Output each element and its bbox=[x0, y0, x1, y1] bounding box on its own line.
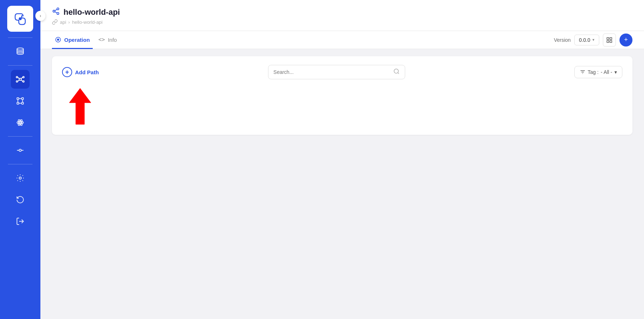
svg-point-0 bbox=[19, 17, 22, 20]
tabs-right: Version 0.0.0 ▾ + bbox=[554, 34, 632, 46]
svg-point-26 bbox=[19, 177, 21, 179]
chevron-right-icon: › bbox=[40, 13, 41, 18]
tabs-bar: Operation <> Info Version 0.0.0 ▾ bbox=[40, 31, 644, 49]
breadcrumb-api-name: hello-world-api bbox=[72, 19, 103, 25]
svg-point-6 bbox=[23, 81, 24, 82]
tab-info[interactable]: <> Info bbox=[96, 31, 120, 49]
reset-icon bbox=[16, 195, 25, 204]
red-up-arrow bbox=[66, 87, 95, 126]
api-share-icon bbox=[52, 7, 60, 17]
signout-icon bbox=[16, 217, 25, 226]
sidebar-item-database[interactable] bbox=[11, 42, 30, 61]
main-content: hello-world-api api › hello-world-api Op… bbox=[40, 0, 644, 319]
version-select[interactable]: 0.0.0 ▾ bbox=[574, 35, 599, 45]
git-icon bbox=[16, 146, 25, 155]
svg-point-23 bbox=[19, 149, 21, 151]
tag-chevron-down-icon: ▾ bbox=[614, 69, 617, 75]
chevron-down-icon: ▾ bbox=[592, 37, 595, 42]
svg-rect-36 bbox=[610, 37, 612, 39]
svg-marker-41 bbox=[69, 88, 91, 124]
sidebar-item-reset[interactable] bbox=[11, 190, 30, 209]
svg-rect-35 bbox=[607, 37, 609, 39]
svg-rect-38 bbox=[610, 40, 612, 42]
svg-point-4 bbox=[23, 76, 24, 78]
share-nodes-icon bbox=[52, 7, 60, 15]
api-title-row: hello-world-api bbox=[52, 7, 632, 17]
sidebar-item-atom[interactable] bbox=[11, 113, 30, 132]
link-icon bbox=[52, 19, 58, 25]
grid-view-button[interactable] bbox=[603, 34, 616, 46]
search-icon bbox=[393, 68, 400, 76]
tab-operation[interactable]: Operation bbox=[52, 31, 93, 49]
code-icon: <> bbox=[98, 36, 105, 43]
paths-card: + Add Path bbox=[52, 56, 632, 135]
content-area: + Add Path bbox=[40, 49, 644, 319]
svg-line-31 bbox=[55, 12, 57, 13]
atom-icon bbox=[16, 118, 25, 127]
add-version-button[interactable]: + bbox=[619, 34, 632, 46]
svg-rect-37 bbox=[607, 40, 609, 42]
sidebar-item-schema[interactable] bbox=[11, 92, 30, 110]
svg-point-5 bbox=[16, 81, 18, 82]
grid-icon bbox=[606, 37, 613, 43]
breadcrumb-api: api bbox=[60, 19, 66, 25]
svg-rect-13 bbox=[22, 102, 23, 104]
version-value: 0.0.0 bbox=[579, 37, 590, 43]
logo bbox=[7, 6, 33, 32]
breadcrumb: api › hello-world-api bbox=[52, 19, 632, 25]
svg-point-30 bbox=[57, 13, 59, 14]
sidebar-divider-4 bbox=[8, 164, 32, 164]
filter-icon bbox=[580, 69, 586, 75]
add-path-button[interactable]: + Add Path bbox=[62, 67, 99, 77]
graph-icon bbox=[16, 75, 25, 84]
svg-line-9 bbox=[18, 80, 19, 82]
tabs-left: Operation <> Info bbox=[52, 31, 120, 49]
svg-point-29 bbox=[53, 10, 55, 12]
search-bar bbox=[268, 65, 405, 79]
sidebar-item-graph[interactable] bbox=[11, 70, 30, 89]
tab-operation-label: Operation bbox=[64, 37, 90, 43]
svg-line-40 bbox=[398, 72, 399, 74]
search-input[interactable] bbox=[273, 69, 390, 75]
svg-point-34 bbox=[57, 39, 59, 41]
schema-icon bbox=[16, 97, 25, 105]
database-icon bbox=[16, 47, 25, 56]
svg-line-8 bbox=[21, 77, 23, 79]
sidebar-item-git[interactable] bbox=[11, 141, 30, 160]
settings-icon bbox=[16, 174, 25, 182]
sidebar-divider-2 bbox=[8, 65, 32, 66]
sidebar-item-settings[interactable] bbox=[11, 169, 30, 187]
svg-line-32 bbox=[55, 9, 57, 11]
radio-icon bbox=[55, 36, 61, 43]
tag-filter-value: - All - bbox=[601, 69, 612, 75]
svg-point-1 bbox=[17, 48, 23, 50]
tab-info-label: Info bbox=[108, 37, 117, 43]
arrow-annotation bbox=[62, 87, 622, 126]
sidebar: › bbox=[0, 0, 40, 319]
paths-toolbar: + Add Path bbox=[62, 65, 622, 79]
svg-rect-11 bbox=[17, 98, 19, 99]
add-path-circle-icon: + bbox=[62, 67, 72, 77]
tag-filter-label: Tag : bbox=[588, 69, 599, 75]
header-card: hello-world-api api › hello-world-api bbox=[40, 0, 644, 31]
breadcrumb-separator: › bbox=[68, 19, 70, 25]
tag-filter[interactable]: Tag : - All - ▾ bbox=[574, 66, 622, 78]
svg-rect-12 bbox=[22, 98, 23, 99]
add-path-label: Add Path bbox=[75, 69, 99, 75]
svg-point-3 bbox=[16, 76, 18, 78]
svg-line-10 bbox=[21, 80, 23, 82]
svg-rect-14 bbox=[17, 102, 19, 104]
sidebar-item-signout[interactable] bbox=[11, 212, 30, 231]
sidebar-divider-top bbox=[8, 37, 32, 38]
api-title: hello-world-api bbox=[63, 8, 120, 17]
svg-point-19 bbox=[19, 122, 21, 123]
svg-point-28 bbox=[57, 8, 59, 10]
version-label: Version bbox=[554, 37, 571, 43]
logo-icon bbox=[13, 12, 27, 26]
collapse-button[interactable]: › bbox=[35, 11, 45, 21]
svg-point-39 bbox=[394, 69, 398, 73]
svg-line-7 bbox=[18, 77, 19, 79]
sidebar-divider-3 bbox=[8, 136, 32, 137]
